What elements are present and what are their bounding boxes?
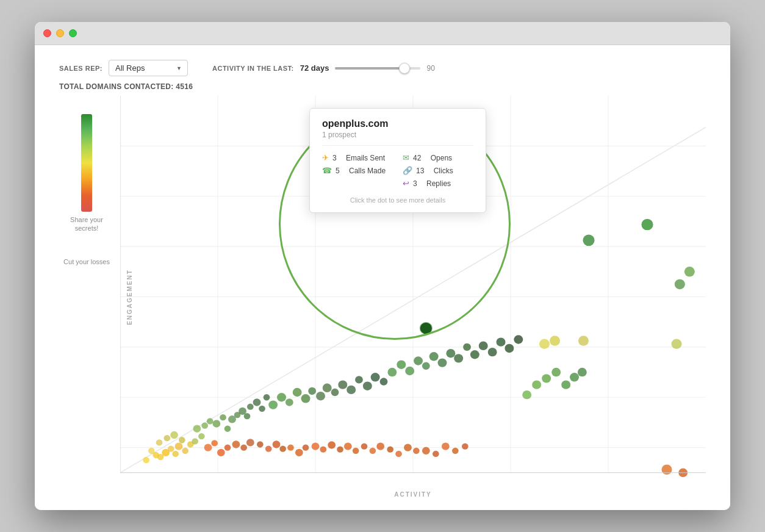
legend-bottom: Cut your losses	[63, 257, 110, 266]
sales-rep-select-wrapper: All Reps Rep 1 Rep 2	[109, 60, 188, 76]
svg-point-112	[532, 380, 541, 389]
svg-point-30	[201, 422, 208, 428]
svg-point-58	[277, 393, 286, 401]
svg-point-15	[148, 448, 155, 454]
tooltip-prospects: 1 prospect	[322, 131, 473, 139]
slider-max-label: 90	[426, 64, 434, 73]
svg-point-93	[454, 354, 463, 362]
svg-point-95	[470, 350, 479, 359]
svg-point-80	[376, 442, 384, 450]
clicks-icon: 🔗	[403, 166, 412, 175]
svg-point-38	[244, 413, 251, 419]
opens-label: Opens	[431, 154, 452, 162]
svg-point-23	[156, 439, 163, 445]
minimize-button[interactable]	[56, 29, 64, 37]
svg-point-100	[514, 335, 523, 343]
svg-point-124	[452, 448, 459, 454]
top-controls: SALES REP: All Reps Rep 1 Rep 2 ACTIVITY…	[59, 60, 706, 76]
svg-point-63	[316, 392, 325, 400]
svg-point-68	[355, 376, 363, 383]
svg-point-47	[232, 440, 240, 448]
stat-replies	[322, 179, 393, 188]
svg-point-117	[578, 368, 587, 376]
slider-fill	[335, 67, 401, 70]
svg-point-99	[505, 344, 514, 353]
legend-column: Share your secrets! Cut your losses	[59, 96, 120, 498]
svg-point-52	[273, 440, 281, 448]
svg-point-89	[422, 362, 430, 370]
legend-top-label: Share your secrets!	[59, 215, 114, 233]
svg-point-72	[312, 442, 320, 450]
slider-track[interactable]	[335, 67, 420, 70]
stat-opens: ✉ 42 Opens	[403, 153, 473, 162]
svg-point-75	[337, 447, 343, 453]
svg-point-106	[661, 464, 672, 474]
scatter-chart: ENGAGEMENT ACTIVITY	[120, 96, 706, 498]
svg-point-31	[207, 418, 214, 424]
svg-point-114	[551, 368, 561, 376]
activity-control: ACTIVITY IN THE LAST: 72 days 90	[212, 63, 435, 73]
stat-emails: ✈ 3 Emails Sent	[322, 153, 393, 162]
svg-point-40	[253, 398, 261, 406]
stat-calls: ☎ 5 Calls Made	[322, 166, 393, 175]
titlebar	[35, 22, 730, 45]
svg-point-123	[442, 442, 450, 450]
svg-point-29	[193, 425, 201, 433]
svg-point-21	[182, 448, 189, 454]
svg-point-55	[295, 449, 303, 456]
svg-point-53	[279, 446, 286, 452]
tooltip-stats: ✈ 3 Emails Sent ✉ 42 Opens ☎ 5 Calls Mad…	[322, 153, 473, 188]
opens-count: 42	[413, 154, 421, 162]
slider-thumb[interactable]	[399, 63, 410, 74]
svg-point-98	[497, 337, 506, 346]
svg-point-13	[143, 457, 149, 463]
svg-point-83	[404, 444, 412, 451]
svg-point-57	[268, 400, 278, 409]
email-icon: ✈	[322, 153, 329, 162]
svg-point-18	[168, 446, 174, 452]
main-content: SALES REP: All Reps Rep 1 Rep 2 ACTIVITY…	[35, 45, 730, 510]
svg-point-76	[344, 442, 352, 450]
tooltip-divider	[322, 145, 473, 146]
svg-point-84	[413, 448, 420, 454]
svg-point-116	[570, 373, 579, 381]
svg-point-32	[212, 420, 220, 427]
clicks-label: Clicks	[434, 167, 453, 175]
svg-point-45	[217, 449, 225, 456]
clicks-count: 13	[416, 167, 424, 175]
svg-point-41	[259, 406, 265, 412]
legend-gradient	[81, 114, 92, 212]
svg-point-82	[395, 451, 402, 457]
sales-rep-select[interactable]: All Reps Rep 1 Rep 2	[109, 60, 188, 76]
phone-icon: ☎	[322, 166, 332, 175]
svg-point-91	[438, 358, 447, 367]
svg-point-122	[433, 451, 439, 457]
stat-clicks: 🔗 13 Clicks	[403, 166, 473, 175]
svg-point-28	[198, 433, 205, 439]
svg-point-79	[370, 448, 376, 454]
svg-point-77	[353, 448, 359, 454]
svg-point-44	[211, 440, 218, 446]
svg-point-111	[522, 390, 531, 399]
svg-point-27	[192, 438, 198, 444]
close-button[interactable]	[43, 29, 51, 37]
svg-point-87	[405, 367, 414, 375]
svg-point-61	[301, 394, 311, 403]
total-domains-summary: TOTAL DOMAINS CONTACTED: 4516	[59, 82, 706, 91]
svg-point-69	[363, 382, 372, 390]
svg-point-67	[347, 386, 356, 394]
app-window: SALES REP: All Reps Rep 1 Rep 2 ACTIVITY…	[35, 22, 730, 510]
emails-label: Emails Sent	[346, 154, 385, 162]
svg-point-54	[287, 444, 294, 450]
svg-point-121	[422, 447, 430, 455]
svg-point-81	[387, 447, 393, 453]
svg-point-50	[257, 441, 264, 447]
highlighted-dot[interactable]	[420, 322, 433, 335]
activity-value: 72 days	[300, 63, 329, 73]
svg-point-24	[163, 435, 170, 441]
svg-point-42	[264, 394, 270, 400]
svg-point-19	[172, 451, 179, 457]
calls-count: 5	[336, 167, 340, 175]
maximize-button[interactable]	[69, 29, 77, 37]
svg-point-125	[462, 443, 469, 449]
